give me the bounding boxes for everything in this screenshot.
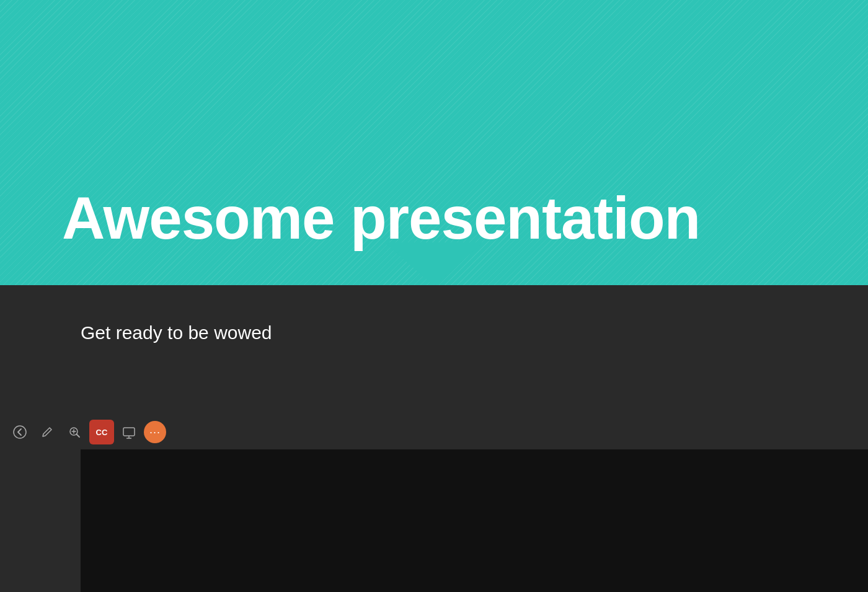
pencil-button[interactable] — [35, 420, 60, 444]
toolbar: CC ··· — [0, 415, 174, 449]
black-bar — [81, 449, 868, 592]
more-options-button[interactable]: ··· — [144, 421, 166, 443]
slide-subtitle: Get ready to be wowed — [81, 322, 868, 343]
back-button[interactable] — [7, 420, 32, 444]
slide-top: Awesome presentation — [0, 0, 868, 285]
svg-point-0 — [14, 426, 26, 438]
slide-bottom: Get ready to be wowed — [0, 285, 868, 592]
slide-triangle — [384, 242, 484, 285]
screen-button[interactable] — [117, 420, 141, 444]
slide-container: Awesome presentation Get ready to be wow… — [0, 0, 868, 592]
svg-rect-5 — [123, 428, 135, 436]
cc-button[interactable]: CC — [89, 420, 114, 444]
slide-title: Awesome presentation — [62, 188, 700, 248]
svg-line-2 — [77, 435, 80, 438]
zoom-button[interactable] — [62, 420, 87, 444]
